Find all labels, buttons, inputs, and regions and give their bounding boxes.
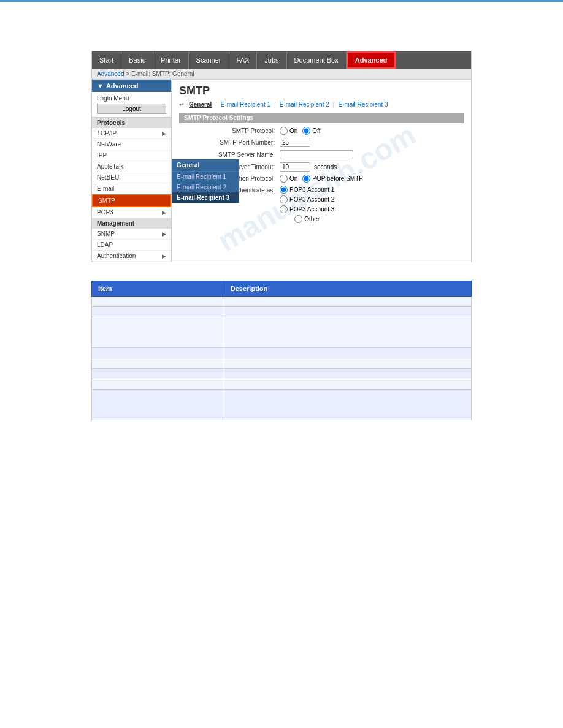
table-row: [92, 390, 472, 420]
smtp-server-name-value: [280, 150, 353, 159]
table-row: [92, 307, 472, 317]
table-cell-description: [224, 307, 471, 317]
nav-start[interactable]: Start: [92, 51, 121, 69]
tab-email-recipient-2[interactable]: E-mail Recipient 2: [280, 101, 329, 108]
page-content: Start Basic Printer Scanner FAX Jobs Doc…: [0, 2, 563, 445]
table-cell-item: [92, 348, 224, 358]
tab-email-recipient-3[interactable]: E-mail Recipient 3: [338, 101, 388, 108]
auth-other[interactable]: Other: [294, 215, 320, 223]
smtp-port-row: SMTP Port Number:: [179, 138, 464, 147]
table-row: [92, 297, 472, 307]
sidebar-item-netware[interactable]: NetWare: [92, 139, 171, 150]
table-cell-description: [224, 369, 471, 379]
auth-chevron: ▶: [162, 253, 166, 259]
submenu-email-recipient-3[interactable]: E-mail Recipient 3: [172, 192, 239, 203]
smtp-protocol-row: SMTP Protocol: On Off: [179, 127, 464, 135]
nav-document-box[interactable]: Document Box: [287, 51, 347, 69]
sidebar-arrow-icon: ▼: [97, 82, 104, 89]
auth-pop3-account-3[interactable]: POP3 Account 3: [280, 205, 334, 213]
submenu-email-recipient-2[interactable]: E-mail Recipient 2: [172, 182, 239, 192]
sidebar-item-pop3[interactable]: POP3 ▶: [92, 207, 171, 218]
auth-protocol-radio-group: On POP before SMTP: [280, 175, 363, 183]
table-cell-description: [224, 379, 471, 390]
auth-protocol-on[interactable]: On: [280, 175, 297, 183]
sidebar-item-tcpip[interactable]: TCP/IP ▶: [92, 128, 171, 139]
sidebar-section-label: Advanced: [106, 82, 139, 89]
table-header-item: Item: [92, 281, 224, 297]
sidebar-item-netbeui[interactable]: NetBEUI: [92, 172, 171, 183]
page-title: SMTP: [179, 85, 464, 97]
nav-scanner[interactable]: Scanner: [189, 51, 229, 69]
smtp-server-name-input[interactable]: [280, 150, 353, 159]
table-cell-description: [224, 297, 471, 307]
smtp-protocol-on[interactable]: On: [280, 127, 297, 135]
smtp-server-name-row: SMTP Server Name:: [179, 150, 464, 159]
sidebar-section-header: ▼ Advanced: [92, 80, 171, 92]
nav-fax[interactable]: FAX: [229, 51, 258, 69]
smtp-protocol-value: On Off: [280, 127, 321, 135]
floating-submenu: General E-mail Recipient 1 E-mail Recipi…: [172, 159, 239, 203]
auth-pop3-account-1[interactable]: POP3 Account 1: [280, 186, 334, 194]
breadcrumb: Advanced > E-mail: SMTP: General: [92, 69, 471, 80]
table-row: [92, 358, 472, 369]
table-cell-item: [92, 358, 224, 369]
table-row: [92, 317, 472, 348]
sidebar: ▼ Advanced Login Menu Logout Protocols T…: [92, 80, 172, 262]
table-header-description: Description: [224, 281, 471, 297]
table-cell-item: [92, 297, 224, 307]
table-cell-item: [92, 307, 224, 317]
nav-bar: Start Basic Printer Scanner FAX Jobs Doc…: [92, 51, 471, 69]
table-cell-description: [224, 317, 471, 348]
tabs-row: ↵ General | E-mail Recipient 1 | E-mail …: [179, 101, 464, 108]
nav-basic[interactable]: Basic: [121, 51, 153, 69]
settings-header: SMTP Protocol Settings: [179, 113, 464, 123]
nav-printer[interactable]: Printer: [153, 51, 188, 69]
sidebar-item-smtp[interactable]: SMTP: [92, 194, 171, 207]
login-section: Login Menu Logout: [92, 92, 171, 118]
table-cell-item: [92, 379, 224, 390]
submenu-header: General: [172, 159, 239, 172]
smtp-timeout-suffix: seconds: [314, 164, 337, 170]
tab-email-recipient-1[interactable]: E-mail Recipient 1: [221, 101, 270, 108]
table-cell-item: [92, 317, 224, 348]
sidebar-item-email[interactable]: E-mail: [92, 183, 171, 194]
smtp-timeout-value: seconds: [280, 162, 337, 172]
nav-advanced[interactable]: Advanced: [347, 51, 396, 69]
smtp-timeout-input[interactable]: [280, 162, 310, 172]
smtp-protocol-radio-group: On Off: [280, 127, 321, 135]
protocols-group-label: Protocols: [92, 118, 171, 128]
submenu-email-recipient-1[interactable]: E-mail Recipient 1: [172, 172, 239, 182]
smtp-server-name-label: SMTP Server Name:: [182, 151, 280, 158]
smtp-protocol-label: SMTP Protocol:: [182, 127, 280, 134]
tcpip-chevron: ▶: [162, 131, 166, 137]
smtp-port-label: SMTP Port Number:: [182, 139, 280, 146]
sidebar-item-authentication[interactable]: Authentication ▶: [92, 251, 171, 262]
sidebar-item-ldap[interactable]: LDAP: [92, 240, 171, 251]
table-cell-description: [224, 390, 471, 420]
smtp-port-value: [280, 138, 310, 147]
main-layout: ▼ Advanced Login Menu Logout Protocols T…: [92, 80, 471, 262]
smtp-protocol-off[interactable]: Off: [302, 127, 320, 135]
table-cell-item: [92, 390, 224, 420]
authenticate-as-value: POP3 Account 1 POP3 Account 2 POP3 Accou…: [280, 186, 334, 223]
sidebar-item-appletalk[interactable]: AppleTalk: [92, 161, 171, 172]
table-row: [92, 348, 472, 358]
table-cell-item: [92, 369, 224, 379]
auth-protocol-value: On POP before SMTP: [280, 175, 363, 183]
snmp-chevron: ▶: [162, 231, 166, 237]
breadcrumb-advanced[interactable]: Advanced: [97, 70, 124, 77]
smtp-port-input[interactable]: [280, 138, 310, 147]
sidebar-item-snmp[interactable]: SNMP ▶: [92, 229, 171, 240]
table-section: Item Description: [91, 281, 472, 420]
tab-general[interactable]: General: [189, 101, 212, 108]
tab-prefix-icon: ↵: [179, 101, 184, 108]
logout-button[interactable]: Logout: [97, 104, 166, 114]
table-cell-description: [224, 358, 471, 369]
table-row: [92, 369, 472, 379]
breadcrumb-current: E-mail: SMTP: General: [131, 70, 194, 77]
sidebar-item-ipp[interactable]: IPP: [92, 150, 171, 161]
screenshot-container: Start Basic Printer Scanner FAX Jobs Doc…: [91, 51, 472, 262]
auth-protocol-pop-before[interactable]: POP before SMTP: [302, 175, 363, 183]
nav-jobs[interactable]: Jobs: [257, 51, 286, 69]
auth-pop3-account-2[interactable]: POP3 Account 2: [280, 195, 334, 203]
